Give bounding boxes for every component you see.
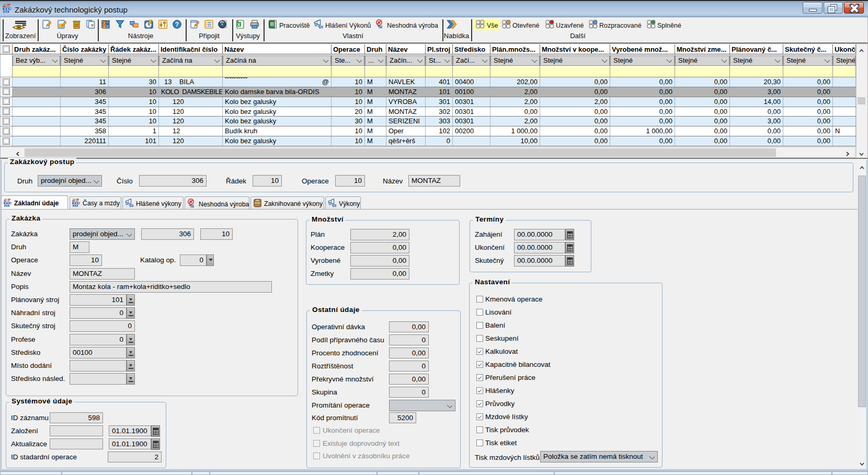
svg-text:?: ? bbox=[175, 21, 179, 28]
svg-text:X: X bbox=[237, 22, 240, 27]
